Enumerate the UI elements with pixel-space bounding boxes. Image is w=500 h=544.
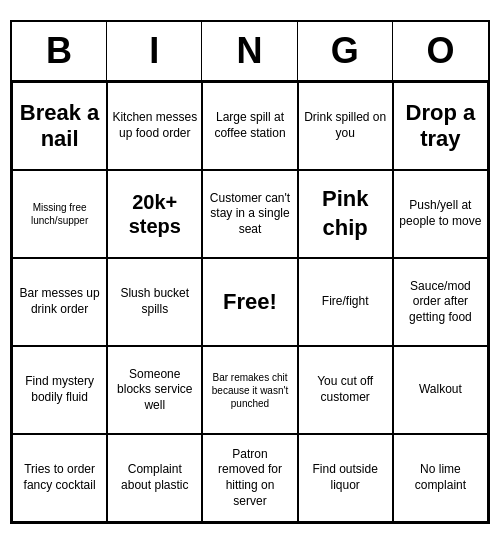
bingo-cell-7: Customer can't stay in a single seat (202, 170, 297, 258)
bingo-cell-20: Tries to order fancy cocktail (12, 434, 107, 522)
bingo-cell-11: Slush bucket spills (107, 258, 202, 346)
cell-text-11: Slush bucket spills (112, 286, 197, 317)
cell-text-12: Free! (223, 288, 277, 317)
cell-text-9: Push/yell at people to move (398, 198, 483, 229)
cell-text-19: Walkout (419, 382, 462, 398)
header-letter-g: G (298, 22, 393, 80)
bingo-cell-0: Break a nail (12, 82, 107, 170)
bingo-cell-5: Missing free lunch/supper (12, 170, 107, 258)
cell-text-7: Customer can't stay in a single seat (207, 191, 292, 238)
bingo-cell-16: Someone blocks service well (107, 346, 202, 434)
cell-text-18: You cut off customer (303, 374, 388, 405)
bingo-card: BINGO Break a nailKitchen messes up food… (10, 20, 490, 524)
bingo-cell-17: Bar remakes chit because it wasn't punch… (202, 346, 297, 434)
bingo-header: BINGO (12, 22, 488, 82)
cell-text-10: Bar messes up drink order (17, 286, 102, 317)
bingo-cell-12: Free! (202, 258, 297, 346)
cell-text-16: Someone blocks service well (112, 367, 197, 414)
cell-text-24: No lime complaint (398, 462, 483, 493)
bingo-cell-2: Large spill at coffee station (202, 82, 297, 170)
bingo-grid: Break a nailKitchen messes up food order… (12, 82, 488, 522)
cell-text-21: Complaint about plastic (112, 462, 197, 493)
bingo-cell-22: Patron removed for hitting on server (202, 434, 297, 522)
bingo-cell-15: Find mystery bodily fluid (12, 346, 107, 434)
bingo-cell-21: Complaint about plastic (107, 434, 202, 522)
cell-text-6: 20k+ steps (112, 190, 197, 238)
bingo-cell-10: Bar messes up drink order (12, 258, 107, 346)
bingo-cell-4: Drop a tray (393, 82, 488, 170)
cell-text-1: Kitchen messes up food order (112, 110, 197, 141)
bingo-cell-9: Push/yell at people to move (393, 170, 488, 258)
cell-text-5: Missing free lunch/supper (17, 201, 102, 227)
cell-text-8: Pink chip (303, 185, 388, 242)
header-letter-n: N (202, 22, 297, 80)
bingo-cell-6: 20k+ steps (107, 170, 202, 258)
cell-text-17: Bar remakes chit because it wasn't punch… (207, 371, 292, 410)
bingo-cell-1: Kitchen messes up food order (107, 82, 202, 170)
header-letter-b: B (12, 22, 107, 80)
cell-text-22: Patron removed for hitting on server (207, 447, 292, 509)
bingo-cell-13: Fire/fight (298, 258, 393, 346)
cell-text-13: Fire/fight (322, 294, 369, 310)
bingo-cell-18: You cut off customer (298, 346, 393, 434)
cell-text-14: Sauce/mod order after getting food (398, 279, 483, 326)
cell-text-15: Find mystery bodily fluid (17, 374, 102, 405)
bingo-cell-14: Sauce/mod order after getting food (393, 258, 488, 346)
bingo-cell-3: Drink spilled on you (298, 82, 393, 170)
header-letter-o: O (393, 22, 488, 80)
bingo-cell-19: Walkout (393, 346, 488, 434)
cell-text-4: Drop a tray (398, 100, 483, 153)
cell-text-3: Drink spilled on you (303, 110, 388, 141)
bingo-cell-24: No lime complaint (393, 434, 488, 522)
cell-text-0: Break a nail (17, 100, 102, 153)
cell-text-20: Tries to order fancy cocktail (17, 462, 102, 493)
bingo-cell-23: Find outside liquor (298, 434, 393, 522)
bingo-cell-8: Pink chip (298, 170, 393, 258)
cell-text-23: Find outside liquor (303, 462, 388, 493)
header-letter-i: I (107, 22, 202, 80)
cell-text-2: Large spill at coffee station (207, 110, 292, 141)
